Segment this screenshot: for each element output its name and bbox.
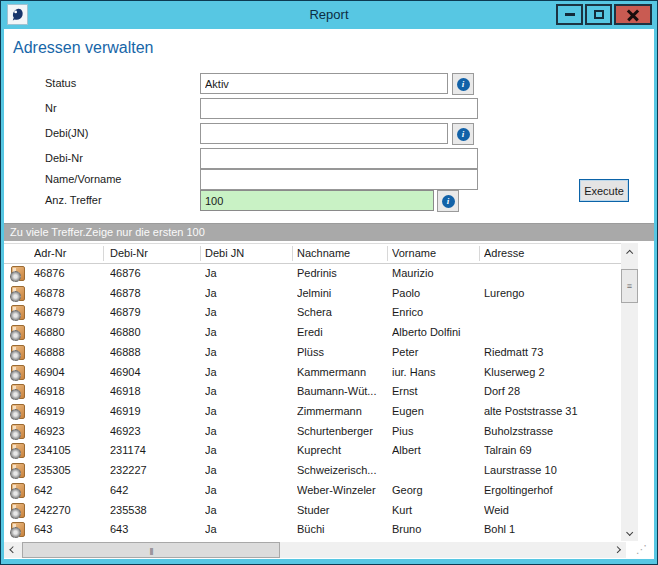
cell-adr-nr: 46888 <box>34 343 102 363</box>
cell-vorname: Kurt <box>392 501 480 521</box>
cell-nachname: Zimmermann <box>297 402 387 422</box>
cell-adresse: Ergoltingerhof <box>484 481 618 501</box>
cell-debi-jn: Ja <box>205 402 291 422</box>
maximize-icon <box>594 10 604 19</box>
info-icon: i <box>457 128 470 141</box>
table-row[interactable]: 46918 46918 Ja Baumann-Wüt... Ernst Dorf… <box>4 382 621 402</box>
scroll-down-button[interactable] <box>621 524 638 541</box>
close-icon <box>627 9 639 21</box>
table-row[interactable]: 642 642 Ja Weber-Winzeler Georg Ergoltin… <box>4 481 621 501</box>
debi-nr-input[interactable] <box>200 148 478 169</box>
column-divider[interactable] <box>103 246 104 261</box>
cell-vorname: Pius <box>392 422 480 442</box>
execute-button[interactable]: Execute <box>579 179 629 202</box>
address-book-icon <box>11 424 25 439</box>
cell-nachname: Schera <box>297 303 387 323</box>
horizontal-scrollbar-thumb[interactable]: ||| <box>22 542 280 558</box>
resize-grip[interactable]: ⋰ <box>629 541 647 558</box>
table-row[interactable]: 46923 46923 Ja Schurtenberger Pius Buhol… <box>4 422 621 442</box>
cell-vorname: Alberto Dolfini <box>392 323 480 343</box>
address-book-icon <box>11 384 25 399</box>
cell-vorname: Enrico <box>392 303 480 323</box>
cell-debi-nr: 46923 <box>110 422 198 442</box>
info-icon: i <box>442 195 455 208</box>
column-divider[interactable] <box>479 246 480 261</box>
chevron-left-icon <box>9 546 17 554</box>
column-divider[interactable] <box>387 246 388 261</box>
cell-debi-nr: 46878 <box>110 284 198 304</box>
maximize-button[interactable] <box>585 4 612 25</box>
cell-adr-nr: 46904 <box>34 363 102 383</box>
column-header-nachname[interactable]: Nachname <box>297 244 387 263</box>
cell-nachname: Baumann-Wüt... <box>297 382 387 402</box>
table-row[interactable]: 46878 46878 Ja Jelmini Paolo Lurengo <box>4 284 621 304</box>
cell-debi-jn: Ja <box>205 284 291 304</box>
column-header-adresse[interactable]: Adresse <box>484 244 618 263</box>
column-header-debi-nr[interactable]: Debi-Nr <box>110 244 198 263</box>
cell-vorname: Albert <box>392 441 480 461</box>
page-title: Adressen verwalten <box>13 39 154 57</box>
table-row[interactable]: 46880 46880 Ja Eredi Alberto Dolfini <box>4 323 621 343</box>
column-header-debi-jn[interactable]: Debi JN <box>205 244 291 263</box>
address-book-icon <box>11 404 25 419</box>
debi-jn-input[interactable] <box>200 123 448 144</box>
table-row[interactable]: 46888 46888 Ja Plüss Peter Riedmatt 73 <box>4 343 621 363</box>
table-row[interactable]: 643 643 Ja Büchi Bruno Bohl 1 <box>4 520 621 540</box>
column-header-adr-nr[interactable]: Adr-Nr <box>34 244 102 263</box>
column-header-vorname[interactable]: Vorname <box>392 244 480 263</box>
column-divider[interactable] <box>292 246 293 261</box>
cell-debi-nr: 46879 <box>110 303 198 323</box>
cell-adr-nr: 642 <box>34 481 102 501</box>
column-divider[interactable] <box>200 246 201 261</box>
table-row[interactable]: 46879 46879 Ja Schera Enrico <box>4 303 621 323</box>
cell-nachname: Schurtenberger <box>297 422 387 442</box>
address-book-icon <box>11 286 25 301</box>
table-row[interactable]: 46876 46876 Ja Pedrinis Maurizio <box>4 264 621 284</box>
table-row[interactable]: 235305 232227 Ja Schweizerisch... Laurst… <box>4 461 621 481</box>
cell-adr-nr: 46879 <box>34 303 102 323</box>
table-row[interactable]: 242270 235538 Ja Studer Kurt Weid <box>4 501 621 521</box>
name-vorname-input[interactable] <box>200 169 478 190</box>
address-book-icon <box>11 443 25 458</box>
cell-nachname: Weber-Winzeler <box>297 481 387 501</box>
cell-adresse: Riedmatt 73 <box>484 343 618 363</box>
table-row[interactable]: 46904 46904 Ja Kammermann iur. Hans Klus… <box>4 363 621 383</box>
cell-debi-jn: Ja <box>205 363 291 383</box>
debi-jn-label: Debi(JN) <box>45 123 88 144</box>
minimize-button[interactable] <box>556 4 583 25</box>
cell-nachname: Kuprecht <box>297 441 387 461</box>
anz-treffer-input[interactable] <box>200 190 434 211</box>
nr-input[interactable] <box>200 98 478 119</box>
cell-debi-jn: Ja <box>205 323 291 343</box>
nr-label: Nr <box>45 98 57 119</box>
status-label: Status <box>45 73 76 94</box>
cell-adresse: Weid <box>484 501 618 521</box>
close-button[interactable] <box>614 4 652 25</box>
scroll-left-button[interactable] <box>4 542 21 558</box>
cell-adr-nr: 46878 <box>34 284 102 304</box>
cell-adr-nr: 46919 <box>34 402 102 422</box>
cell-nachname: Pedrinis <box>297 264 387 284</box>
cell-vorname: Paolo <box>392 284 480 304</box>
scroll-right-button[interactable] <box>609 542 626 558</box>
horizontal-scrollbar[interactable]: ||| <box>4 542 626 558</box>
scroll-up-button[interactable] <box>621 243 638 260</box>
vertical-scrollbar[interactable]: ≡ <box>621 243 638 541</box>
cell-adr-nr: 643 <box>34 520 102 540</box>
info-icon: i <box>457 78 470 91</box>
cell-debi-jn: Ja <box>205 520 291 540</box>
cell-vorname: Maurizio <box>392 264 480 284</box>
cell-debi-jn: Ja <box>205 303 291 323</box>
anz-treffer-info-button[interactable]: i <box>437 190 459 212</box>
status-info-button[interactable]: i <box>452 73 474 95</box>
table-row[interactable]: 46919 46919 Ja Zimmermann Eugen alte Pos… <box>4 402 621 422</box>
cell-debi-nr: 46888 <box>110 343 198 363</box>
table-row[interactable]: 234105 231174 Ja Kuprecht Albert Talrain… <box>4 441 621 461</box>
status-input[interactable] <box>200 73 448 94</box>
cell-debi-jn: Ja <box>205 382 291 402</box>
cell-vorname: Eugen <box>392 402 480 422</box>
window-controls <box>556 4 652 25</box>
debi-jn-info-button[interactable]: i <box>452 123 474 145</box>
vertical-scrollbar-thumb[interactable]: ≡ <box>621 269 638 303</box>
cell-debi-jn: Ja <box>205 501 291 521</box>
